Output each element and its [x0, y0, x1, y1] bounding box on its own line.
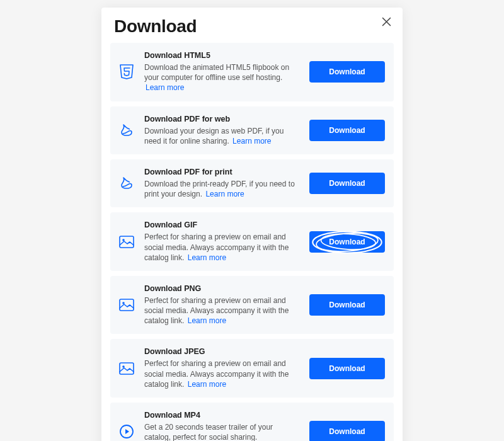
close-icon	[382, 17, 391, 26]
download-button-wrap: Download	[309, 231, 385, 253]
learn-more-link[interactable]: Learn more	[188, 253, 226, 262]
download-button[interactable]: Download	[309, 173, 385, 194]
download-button-wrap: Download	[309, 61, 385, 83]
download-button-wrap: Download	[309, 294, 385, 316]
option-description-text: Download the animated HTML5 flipbook on …	[144, 63, 289, 82]
modal-title: Download	[114, 16, 390, 37]
svg-rect-0	[120, 236, 134, 248]
options-list: Download HTML5Download the animated HTML…	[110, 43, 394, 441]
option-body: Download PNGPerfect for sharing a previe…	[144, 284, 301, 326]
option-description: Perfect for sharing a preview on email a…	[144, 232, 301, 263]
download-button[interactable]: Download	[309, 231, 385, 253]
download-button[interactable]: Download	[309, 421, 385, 441]
option-description: Get a 20 seconds teaser trailer of your …	[144, 422, 301, 441]
option-description: Download the animated HTML5 flipbook on …	[144, 62, 301, 93]
option-description: Perfect for sharing a preview on email a…	[144, 295, 301, 326]
option-body: Download MP4Get a 20 seconds teaser trai…	[144, 411, 301, 441]
svg-rect-7	[120, 363, 134, 374]
download-button-wrap: Download	[309, 358, 385, 379]
pdf-icon	[118, 175, 135, 192]
option-card: Download JPEGPerfect for sharing a previ…	[110, 339, 394, 398]
html5-icon	[118, 63, 135, 81]
download-button-wrap: Download	[309, 421, 385, 441]
option-card: Download PDF for webDownload your design…	[110, 106, 394, 154]
option-card: Download MP4Get a 20 seconds teaser trai…	[110, 403, 394, 441]
download-button-wrap: Download	[309, 173, 385, 194]
option-card: Download GIFPerfect for sharing a previe…	[110, 212, 394, 271]
image-icon	[118, 233, 135, 251]
play-icon	[118, 423, 135, 440]
option-card: Download PNGPerfect for sharing a previe…	[110, 276, 394, 335]
option-body: Download PDF for webDownload your design…	[144, 115, 301, 146]
option-title: Download GIF	[144, 220, 301, 229]
learn-more-link[interactable]: Learn more	[146, 83, 184, 92]
modal-header: Download	[110, 13, 394, 43]
option-description: Download your design as web PDF, if you …	[144, 126, 301, 146]
download-button[interactable]: Download	[309, 61, 385, 83]
pdf-icon	[118, 122, 135, 139]
option-description: Perfect for sharing a preview on email a…	[144, 358, 301, 389]
svg-rect-5	[120, 299, 134, 311]
download-modal: Download Download HTML5Download the anim…	[101, 8, 403, 441]
learn-more-link[interactable]: Learn more	[232, 137, 271, 146]
option-title: Download MP4	[144, 411, 301, 420]
learn-more-link[interactable]: Learn more	[205, 190, 244, 198]
learn-more-link[interactable]: Learn more	[188, 380, 226, 389]
option-body: Download PDF for printDownload the print…	[144, 168, 301, 199]
download-button[interactable]: Download	[309, 358, 385, 379]
option-description: Download the print-ready PDF, if you nee…	[144, 179, 301, 199]
download-button[interactable]: Download	[309, 120, 385, 141]
close-button[interactable]	[380, 15, 392, 28]
image-icon	[118, 360, 135, 377]
option-body: Download GIFPerfect for sharing a previe…	[144, 220, 301, 263]
option-title: Download PNG	[144, 284, 301, 293]
image-icon	[118, 296, 135, 314]
option-card: Download HTML5Download the animated HTML…	[110, 43, 394, 101]
download-button-wrap: Download	[309, 120, 385, 141]
option-body: Download JPEGPerfect for sharing a previ…	[144, 347, 301, 389]
option-card: Download PDF for printDownload the print…	[110, 159, 394, 207]
download-button[interactable]: Download	[309, 294, 385, 316]
learn-more-link[interactable]: Learn more	[188, 316, 226, 325]
option-title: Download HTML5	[144, 51, 301, 60]
option-description-text: Get a 20 seconds teaser trailer of your …	[144, 423, 273, 441]
option-title: Download PDF for print	[144, 168, 301, 176]
option-title: Download PDF for web	[144, 115, 301, 123]
option-title: Download JPEG	[144, 347, 301, 356]
option-body: Download HTML5Download the animated HTML…	[144, 51, 301, 93]
